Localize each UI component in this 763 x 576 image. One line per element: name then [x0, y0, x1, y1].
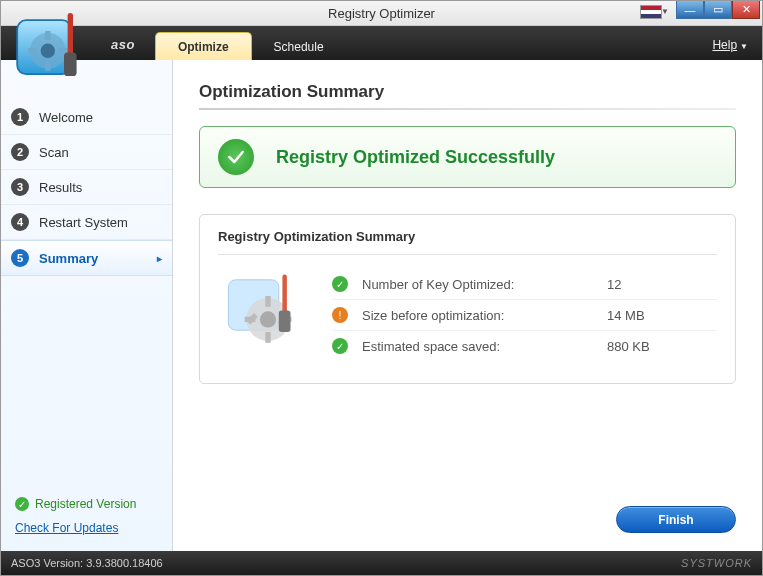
language-flag-icon[interactable]: [640, 5, 662, 19]
registered-label: Registered Version: [35, 497, 136, 511]
panel-title: Registry Optimization Summary: [218, 229, 717, 244]
chevron-right-icon: ▸: [157, 253, 162, 264]
warning-icon: !: [332, 307, 348, 323]
row-label: Estimated space saved:: [362, 339, 607, 354]
step-summary[interactable]: 5 Summary ▸: [1, 240, 172, 276]
check-icon: ✓: [15, 497, 29, 511]
svg-rect-13: [265, 332, 270, 343]
step-label: Restart System: [39, 215, 128, 230]
svg-rect-19: [279, 310, 291, 332]
company-logo-text: SYSTWORK: [681, 557, 752, 569]
body: 1 Welcome 2 Scan 3 Results 4 Restart Sys…: [1, 60, 762, 551]
chevron-down-icon: ▼: [740, 42, 748, 51]
panel-body: ✓ Number of Key Optimized: 12 ! Size bef…: [218, 269, 717, 361]
step-number: 3: [11, 178, 29, 196]
success-message: Registry Optimized Successfully: [276, 147, 555, 168]
step-scan[interactable]: 2 Scan: [1, 135, 172, 170]
page-heading: Optimization Summary: [199, 82, 736, 102]
title-bar: Registry Optimizer ▼ ― ▭ ✕: [1, 1, 762, 26]
success-banner: Registry Optimized Successfully: [199, 126, 736, 188]
main-tabs: Optimize Schedule: [155, 26, 346, 60]
tab-optimize[interactable]: Optimize: [155, 32, 252, 60]
step-label: Summary: [39, 251, 98, 266]
maximize-button[interactable]: ▭: [704, 1, 732, 19]
summary-row: ! Size before optimization: 14 MB: [332, 300, 717, 331]
brand-label: aso: [1, 37, 135, 60]
window-controls: ― ▭ ✕: [676, 1, 760, 19]
check-icon: ✓: [332, 338, 348, 354]
close-button[interactable]: ✕: [732, 1, 760, 19]
step-results[interactable]: 3 Results: [1, 170, 172, 205]
language-dropdown-icon[interactable]: ▼: [661, 7, 669, 16]
registered-status: ✓ Registered Version: [15, 497, 162, 511]
sidebar: 1 Welcome 2 Scan 3 Results 4 Restart Sys…: [1, 60, 173, 551]
step-number: 4: [11, 213, 29, 231]
sidebar-footer: ✓ Registered Version Check For Updates: [1, 487, 172, 551]
step-label: Results: [39, 180, 82, 195]
row-value: 880 KB: [607, 339, 717, 354]
summary-row: ✓ Number of Key Optimized: 12: [332, 269, 717, 300]
version-text: ASO3 Version: 3.9.3800.18406: [11, 557, 163, 569]
main-footer: Finish: [199, 486, 736, 533]
wizard-steps: 1 Welcome 2 Scan 3 Results 4 Restart Sys…: [1, 60, 172, 276]
help-label: Help: [712, 38, 737, 52]
summary-rows: ✓ Number of Key Optimized: 12 ! Size bef…: [332, 269, 717, 361]
step-number: 5: [11, 249, 29, 267]
registry-gear-icon: [218, 269, 318, 359]
tab-schedule[interactable]: Schedule: [252, 33, 346, 60]
main-content: Optimization Summary Registry Optimized …: [173, 60, 762, 551]
step-label: Welcome: [39, 110, 93, 125]
divider: [218, 254, 717, 255]
status-bar: ASO3 Version: 3.9.3800.18406 SYSTWORK: [1, 551, 762, 575]
minimize-button[interactable]: ―: [676, 1, 704, 19]
summary-row: ✓ Estimated space saved: 880 KB: [332, 331, 717, 361]
row-value: 12: [607, 277, 717, 292]
svg-rect-18: [282, 274, 287, 314]
row-value: 14 MB: [607, 308, 717, 323]
step-number: 2: [11, 143, 29, 161]
step-welcome[interactable]: 1 Welcome: [1, 100, 172, 135]
svg-point-11: [260, 311, 276, 327]
finish-button[interactable]: Finish: [616, 506, 736, 533]
app-window: Registry Optimizer ▼ ― ▭ ✕ aso Optimize …: [0, 0, 763, 576]
step-label: Scan: [39, 145, 69, 160]
step-number: 1: [11, 108, 29, 126]
menu-strip: aso Optimize Schedule Help▼: [1, 26, 762, 60]
step-restart[interactable]: 4 Restart System: [1, 205, 172, 240]
divider: [199, 108, 736, 110]
help-menu[interactable]: Help▼: [712, 38, 748, 52]
summary-panel: Registry Optimization Summary: [199, 214, 736, 384]
success-check-icon: [218, 139, 254, 175]
row-label: Number of Key Optimized:: [362, 277, 607, 292]
check-updates-link[interactable]: Check For Updates: [15, 521, 162, 535]
svg-rect-12: [265, 296, 270, 307]
row-label: Size before optimization:: [362, 308, 607, 323]
check-icon: ✓: [332, 276, 348, 292]
